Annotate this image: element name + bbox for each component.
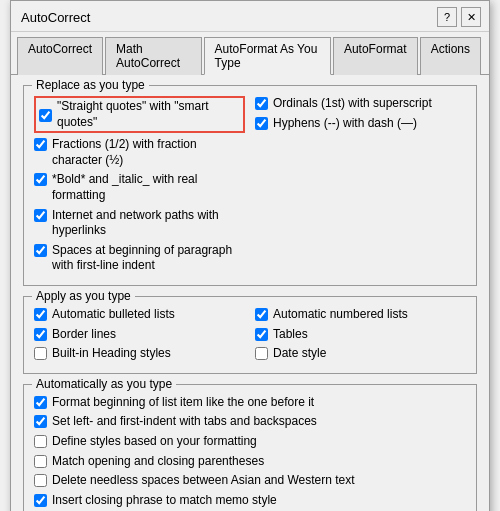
hyphens-row: Hyphens (--) with dash (—) bbox=[255, 116, 466, 132]
border-lines-checkbox[interactable] bbox=[34, 328, 47, 341]
ordinals-checkbox[interactable] bbox=[255, 97, 268, 110]
autocorrect-dialog: AutoCorrect ? ✕ AutoCorrect Math AutoCor… bbox=[10, 0, 490, 511]
tab-autocorrect[interactable]: AutoCorrect bbox=[17, 37, 103, 75]
internet-checkbox[interactable] bbox=[34, 209, 47, 222]
tab-actions[interactable]: Actions bbox=[420, 37, 481, 75]
apply-section-label: Apply as you type bbox=[32, 289, 135, 303]
define-styles-checkbox[interactable] bbox=[34, 435, 47, 448]
straight-quotes-checkbox[interactable] bbox=[39, 109, 52, 122]
apply-columns: Automatic bulleted lists Border lines Bu… bbox=[34, 303, 466, 365]
help-button[interactable]: ? bbox=[437, 7, 457, 27]
internet-label[interactable]: Internet and network paths with hyperlin… bbox=[52, 208, 245, 239]
dialog-title: AutoCorrect bbox=[21, 10, 90, 25]
define-styles-row: Define styles based on your formatting bbox=[34, 434, 466, 450]
tab-bar: AutoCorrect Math AutoCorrect AutoFormat … bbox=[11, 32, 489, 75]
insert-closing-label[interactable]: Insert closing phrase to match memo styl… bbox=[52, 493, 277, 509]
date-style-row: Date style bbox=[255, 346, 466, 362]
straight-quotes-label[interactable]: "Straight quotes" with "smart quotes" bbox=[57, 99, 240, 130]
border-lines-row: Border lines bbox=[34, 327, 245, 343]
insert-closing-checkbox[interactable] bbox=[34, 494, 47, 507]
tables-label[interactable]: Tables bbox=[273, 327, 308, 343]
title-bar: AutoCorrect ? ✕ bbox=[11, 1, 489, 32]
replace-right-col: Ordinals (1st) with superscript Hyphens … bbox=[255, 92, 466, 277]
match-parens-checkbox[interactable] bbox=[34, 455, 47, 468]
delete-spaces-row: Delete needless spaces between Asian and… bbox=[34, 473, 466, 489]
ordinals-label[interactable]: Ordinals (1st) with superscript bbox=[273, 96, 432, 112]
apply-left-col: Automatic bulleted lists Border lines Bu… bbox=[34, 303, 245, 365]
bold-italic-row: *Bold* and _italic_ with real formatting bbox=[34, 172, 245, 203]
insert-closing-row: Insert closing phrase to match memo styl… bbox=[34, 493, 466, 509]
format-list-label[interactable]: Format beginning of list item like the o… bbox=[52, 395, 314, 411]
fractions-row: Fractions (1/2) with fraction character … bbox=[34, 137, 245, 168]
border-lines-label[interactable]: Border lines bbox=[52, 327, 116, 343]
ordinals-row: Ordinals (1st) with superscript bbox=[255, 96, 466, 112]
bold-italic-label[interactable]: *Bold* and _italic_ with real formatting bbox=[52, 172, 245, 203]
auto-section-label: Automatically as you type bbox=[32, 377, 176, 391]
delete-spaces-label[interactable]: Delete needless spaces between Asian and… bbox=[52, 473, 355, 489]
match-parens-label[interactable]: Match opening and closing parentheses bbox=[52, 454, 264, 470]
set-indent-row: Set left- and first-indent with tabs and… bbox=[34, 414, 466, 430]
spaces-checkbox[interactable] bbox=[34, 244, 47, 257]
format-list-row: Format beginning of list item like the o… bbox=[34, 395, 466, 411]
tab-autoformat[interactable]: AutoFormat bbox=[333, 37, 418, 75]
auto-bullets-checkbox[interactable] bbox=[34, 308, 47, 321]
hyphens-label[interactable]: Hyphens (--) with dash (—) bbox=[273, 116, 417, 132]
spaces-label[interactable]: Spaces at beginning of paragraph with fi… bbox=[52, 243, 245, 274]
auto-numbered-row: Automatic numbered lists bbox=[255, 307, 466, 323]
dialog-body: Replace as you type "Straight quotes" wi… bbox=[11, 75, 489, 511]
heading-styles-checkbox[interactable] bbox=[34, 347, 47, 360]
hyphens-checkbox[interactable] bbox=[255, 117, 268, 130]
set-indent-label[interactable]: Set left- and first-indent with tabs and… bbox=[52, 414, 317, 430]
tab-autoformat-as-you-type[interactable]: AutoFormat As You Type bbox=[204, 37, 331, 75]
auto-section: Automatically as you type Format beginni… bbox=[23, 384, 477, 511]
straight-quotes-row: "Straight quotes" with "smart quotes" bbox=[34, 96, 245, 133]
tables-row: Tables bbox=[255, 327, 466, 343]
replace-section-label: Replace as you type bbox=[32, 78, 149, 92]
define-styles-label[interactable]: Define styles based on your formatting bbox=[52, 434, 257, 450]
fractions-checkbox[interactable] bbox=[34, 138, 47, 151]
apply-section: Apply as you type Automatic bulleted lis… bbox=[23, 296, 477, 374]
close-button[interactable]: ✕ bbox=[461, 7, 481, 27]
heading-styles-row: Built-in Heading styles bbox=[34, 346, 245, 362]
replace-left-col: "Straight quotes" with "smart quotes" Fr… bbox=[34, 92, 245, 277]
apply-right-col: Automatic numbered lists Tables Date sty… bbox=[255, 303, 466, 365]
heading-styles-label[interactable]: Built-in Heading styles bbox=[52, 346, 171, 362]
internet-row: Internet and network paths with hyperlin… bbox=[34, 208, 245, 239]
spaces-row: Spaces at beginning of paragraph with fi… bbox=[34, 243, 245, 274]
date-style-checkbox[interactable] bbox=[255, 347, 268, 360]
auto-bullets-row: Automatic bulleted lists bbox=[34, 307, 245, 323]
set-indent-checkbox[interactable] bbox=[34, 415, 47, 428]
replace-section: Replace as you type "Straight quotes" wi… bbox=[23, 85, 477, 286]
auto-numbered-label[interactable]: Automatic numbered lists bbox=[273, 307, 408, 323]
format-list-checkbox[interactable] bbox=[34, 396, 47, 409]
bold-italic-checkbox[interactable] bbox=[34, 173, 47, 186]
match-parens-row: Match opening and closing parentheses bbox=[34, 454, 466, 470]
fractions-label[interactable]: Fractions (1/2) with fraction character … bbox=[52, 137, 245, 168]
auto-bullets-label[interactable]: Automatic bulleted lists bbox=[52, 307, 175, 323]
delete-spaces-checkbox[interactable] bbox=[34, 474, 47, 487]
tab-math-autocorrect[interactable]: Math AutoCorrect bbox=[105, 37, 202, 75]
tables-checkbox[interactable] bbox=[255, 328, 268, 341]
auto-numbered-checkbox[interactable] bbox=[255, 308, 268, 321]
date-style-label[interactable]: Date style bbox=[273, 346, 326, 362]
title-controls: ? ✕ bbox=[437, 7, 481, 27]
replace-columns: "Straight quotes" with "smart quotes" Fr… bbox=[34, 92, 466, 277]
